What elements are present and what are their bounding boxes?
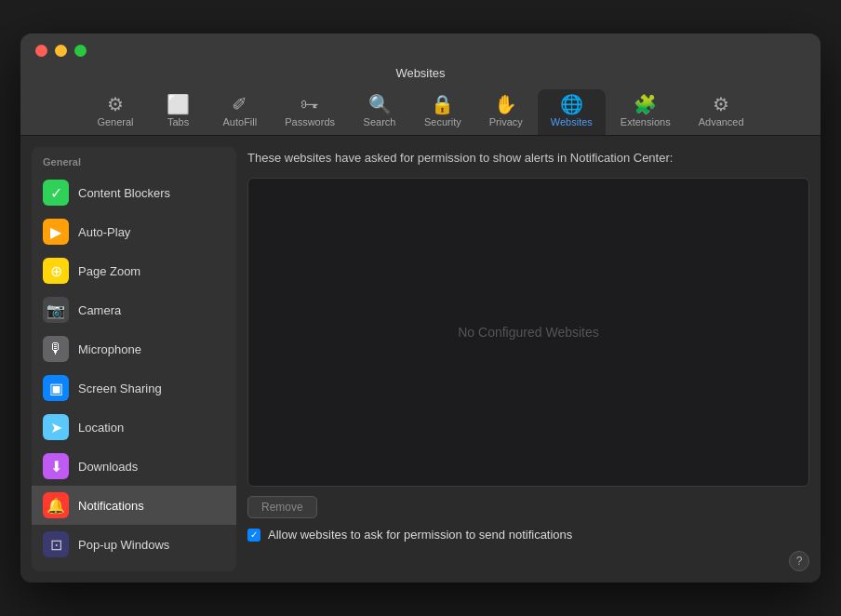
extensions-icon: 🧩 [634,95,657,114]
privacy-icon: ✋ [494,95,517,114]
camera-icon: 📷 [43,297,69,323]
toolbar-label-advanced: Advanced [699,116,744,127]
toolbar-item-autofill[interactable]: ✐AutoFill [210,89,271,135]
notifications-icon: 🔔 [43,492,69,518]
websites-icon: 🌐 [560,95,583,114]
toolbar-label-passwords: Passwords [285,116,335,127]
sidebar-label-content-blockers: Content Blockers [78,186,170,200]
sidebar-label-location: Location [78,421,124,435]
titlebar: Websites ⚙General⬜Tabs✐AutoFill🗝Password… [20,33,821,136]
downloads-icon: ⬇ [43,453,69,479]
sidebar-item-microphone[interactable]: 🎙Microphone [32,329,236,368]
tabs-icon: ⬜ [167,95,190,114]
toolbar-label-websites: Websites [551,116,593,127]
allow-notifications-checkbox[interactable]: ✓ [247,529,260,542]
sidebar: General ✓Content Blockers▶Auto-Play⊕Page… [32,147,236,571]
toolbar-label-security: Security [424,116,461,127]
minimize-button[interactable] [55,45,67,57]
toolbar-item-security[interactable]: 🔒Security [411,89,474,135]
toolbar-label-privacy: Privacy [489,116,523,127]
microphone-icon: 🎙 [43,336,69,362]
screen-sharing-icon: ▣ [43,375,69,401]
toolbar-label-search: Search [364,116,396,127]
traffic-lights [35,45,87,57]
help-button[interactable]: ? [789,551,809,571]
websites-list: No Configured Websites [247,178,809,487]
sidebar-item-downloads[interactable]: ⬇Downloads [32,447,236,486]
security-icon: 🔒 [431,95,454,114]
content-area: General ✓Content Blockers▶Auto-Play⊕Page… [20,136,821,583]
toolbar-item-extensions[interactable]: 🧩Extensions [607,89,684,135]
sidebar-item-content-blockers[interactable]: ✓Content Blockers [32,173,236,212]
sidebar-label-page-zoom: Page Zoom [78,264,140,278]
toolbar-item-websites[interactable]: 🌐Websites [538,89,606,135]
toolbar-item-passwords[interactable]: 🗝Passwords [272,89,348,135]
passwords-icon: 🗝 [300,95,319,114]
sidebar-item-page-zoom[interactable]: ⊕Page Zoom [32,251,236,290]
toolbar-item-tabs[interactable]: ⬜Tabs [149,89,208,135]
toolbar-label-tabs: Tabs [167,116,189,127]
toolbar-label-autofill: AutoFill [223,116,258,127]
popup-windows-icon: ⊡ [43,531,69,557]
content-blockers-icon: ✓ [43,180,69,206]
window-title: Websites [395,66,445,80]
sidebar-label-screen-sharing: Screen Sharing [78,382,162,395]
sidebar-item-screen-sharing[interactable]: ▣Screen Sharing [32,368,236,408]
sidebar-label-auto-play: Auto-Play [78,225,130,239]
description-text: These websites have asked for permission… [247,147,809,168]
page-zoom-icon: ⊕ [43,258,69,284]
sidebar-item-auto-play[interactable]: ▶Auto-Play [32,212,236,251]
auto-play-icon: ▶ [43,219,69,245]
general-icon: ⚙ [107,95,124,114]
toolbar: ⚙General⬜Tabs✐AutoFill🗝Passwords🔍Search🔒… [84,89,756,135]
toolbar-item-search[interactable]: 🔍Search [350,89,409,135]
sidebar-label-downloads: Downloads [78,460,138,474]
location-icon: ➤ [43,414,69,440]
actions-row: Remove [247,496,809,518]
toolbar-label-general: General [97,116,133,127]
advanced-icon: ⚙ [713,95,729,114]
sidebar-label-microphone: Microphone [78,342,141,356]
toolbar-item-general[interactable]: ⚙General [84,89,146,135]
autofill-icon: ✐ [232,95,247,114]
sidebar-item-popup-windows[interactable]: ⊡Pop-up Windows [32,525,236,564]
no-configured-label: No Configured Websites [458,325,598,340]
checkbox-row: ✓ Allow websites to ask for permission t… [247,528,809,542]
close-button[interactable] [35,45,47,57]
sidebar-label-camera: Camera [78,303,121,317]
checkbox-label: Allow websites to ask for permission to … [268,528,572,542]
search-icon: 🔍 [368,95,392,114]
sidebar-item-camera[interactable]: 📷Camera [32,290,236,329]
toolbar-item-privacy[interactable]: ✋Privacy [476,89,536,135]
maximize-button[interactable] [74,45,87,57]
main-panel: These websites have asked for permission… [247,147,809,571]
sidebar-item-notifications[interactable]: 🔔Notifications [32,486,236,525]
sidebar-section-header: General [32,147,236,173]
sidebar-label-popup-windows: Pop-up Windows [78,538,169,552]
toolbar-label-extensions: Extensions [621,116,671,127]
sidebar-label-notifications: Notifications [78,499,144,513]
remove-button[interactable]: Remove [247,496,317,518]
toolbar-item-advanced[interactable]: ⚙Advanced [686,89,757,135]
sidebar-item-location[interactable]: ➤Location [32,408,236,447]
app-window: Websites ⚙General⬜Tabs✐AutoFill🗝Password… [20,33,821,583]
